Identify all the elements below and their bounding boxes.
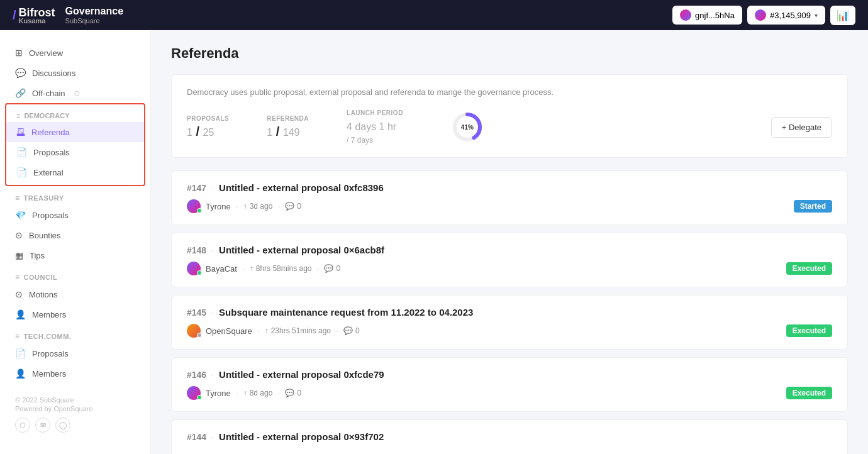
stat-period-sub: / 7 days <box>347 136 403 145</box>
stat-period-value: 4 days 1 hr <box>347 119 403 133</box>
proposal-meta: OpenSquare · ↑ 23hrs 51mins ago · 💬 0 Ex… <box>187 324 832 338</box>
comment-count: 💬 0 <box>285 202 301 211</box>
email-icon[interactable]: ✉ <box>35 418 50 433</box>
proposal-card[interactable]: #144 · Untitled - external proposal 0×93… <box>171 419 848 454</box>
proposal-separator: · <box>211 370 214 380</box>
sidebar-label-discussions: Discussions <box>32 69 75 78</box>
proposal-title: Untitled - external proposal 0xfc8396 <box>219 182 384 193</box>
delegate-button[interactable]: + Delegate <box>771 117 832 138</box>
offchain-badge: ⬡ <box>74 90 80 97</box>
motions-icon: ⊙ <box>15 289 23 299</box>
proposal-card[interactable]: #146 · Untitled - external proposal 0xfc… <box>171 357 848 412</box>
techcomm-members-icon: 👤 <box>15 368 26 379</box>
proposal-card[interactable]: #148 · Untitled - external proposal 0×6a… <box>171 233 848 287</box>
author-status-dot <box>197 270 202 275</box>
proposal-header: #147 · Untitled - external proposal 0xfc… <box>187 182 832 193</box>
stat-proposals-label: PROPOSALS <box>187 115 229 122</box>
sidebar-item-tips[interactable]: ▦ Tips <box>0 245 150 265</box>
comment-count: 💬 0 <box>324 264 340 273</box>
header-subtitle: SubSquare <box>65 17 123 25</box>
proposal-badge: Started <box>794 200 832 213</box>
sidebar: ⊞ Overview 💬 Discussions 🔗 Off-chain ⬡ ≡… <box>0 30 151 454</box>
upvote-icon: ↑ <box>265 326 269 335</box>
proposal-separator: · <box>211 307 214 318</box>
proposal-title: Subsquare maintenance request from 11.20… <box>219 307 473 318</box>
progress-donut: 41% <box>451 111 484 143</box>
proposal-title: Untitled - external proposal 0xfcde79 <box>219 369 384 380</box>
sidebar-item-discussions[interactable]: 💬 Discussions <box>0 63 150 83</box>
meta-separator2: · <box>277 201 280 211</box>
sidebar-label-bounties: Bounties <box>29 231 61 240</box>
github-icon[interactable]: ⬡ <box>15 418 30 433</box>
stat-referenda-label: REFERENDA <box>267 115 309 122</box>
sidebar-label-overview: Overview <box>29 48 63 58</box>
stat-referenda-value: 1 / 149 <box>267 125 309 139</box>
proposal-id: #147 <box>187 183 206 193</box>
sidebar-item-techcomm-members[interactable]: 👤 Members <box>0 363 150 384</box>
author-status-dot <box>197 395 202 400</box>
treasury-section-icon: ≡ <box>15 194 20 202</box>
wallet-avatar-icon <box>680 9 691 21</box>
sidebar-label-members: Members <box>32 310 66 319</box>
brand-slash-icon: / <box>13 8 16 23</box>
chart-button[interactable]: 📊 <box>830 6 855 25</box>
proposal-id: #144 <box>187 432 206 442</box>
meta-separator: · <box>236 201 238 211</box>
proposal-separator: · <box>211 432 214 442</box>
referenda-icon: 🗳 <box>16 127 25 137</box>
sidebar-item-overview[interactable]: ⊞ Overview <box>0 43 150 63</box>
proposal-card[interactable]: #147 · Untitled - external proposal 0xfc… <box>171 170 848 225</box>
page-title: Referenda <box>171 45 848 62</box>
sidebar-item-treasury-proposals[interactable]: 💎 Proposals <box>0 205 150 225</box>
header-right: gnjf...5hNa #3,145,909 ▾ 📊 <box>672 6 855 25</box>
comment-count: 💬 0 <box>343 326 360 335</box>
proposals-list: #147 · Untitled - external proposal 0xfc… <box>171 170 848 454</box>
proposal-card[interactable]: #145 · Subsquare maintenance request fro… <box>171 295 848 350</box>
sidebar-item-bounties[interactable]: ⊙ Bounties <box>0 225 150 245</box>
sidebar-item-motions[interactable]: ⊙ Motions <box>0 284 150 304</box>
block-button[interactable]: #3,145,909 ▾ <box>747 6 825 25</box>
comment-icon: 💬 <box>285 202 294 211</box>
sidebar-item-members[interactable]: 👤 Members <box>0 304 150 324</box>
discussions-icon: 💬 <box>15 68 26 78</box>
proposals-icon: 📄 <box>16 147 27 157</box>
discord-icon[interactable]: ◯ <box>55 418 70 433</box>
democracy-section-label: ≡ DEMOCRACY <box>6 107 144 122</box>
post-time: ↑ 23hrs 51mins ago <box>265 326 331 335</box>
upvote-icon: ↑ <box>243 202 247 211</box>
sidebar-label-motions: Motions <box>29 290 58 299</box>
proposal-header: #146 · Untitled - external proposal 0xfc… <box>187 369 832 380</box>
wallet-button[interactable]: gnjf...5hNa <box>672 6 742 25</box>
meta-separator: · <box>242 263 245 274</box>
council-section-label: ≡ COUNCIL <box>0 265 150 284</box>
proposal-meta: Tyrone · ↑ 8d ago · 💬 0 Executed <box>187 386 832 400</box>
post-time: ↑ 8hrs 58mins ago <box>250 264 312 273</box>
tips-icon: ▦ <box>15 250 23 260</box>
proposal-badge: Executed <box>786 324 832 337</box>
brand-logo: / Bifrost Kusama <box>13 6 55 25</box>
header-left: / Bifrost Kusama Governance SubSquare <box>13 6 123 25</box>
proposal-id: #146 <box>187 370 206 380</box>
meta-separator: · <box>236 388 238 398</box>
stat-period-label: LAUNCH PERIOD <box>347 109 403 116</box>
external-icon: 📄 <box>16 167 27 177</box>
sidebar-item-referenda[interactable]: 🗳 Referenda <box>6 122 144 142</box>
sidebar-item-proposals[interactable]: 📄 Proposals <box>6 142 144 162</box>
sidebar-item-offchain[interactable]: 🔗 Off-chain ⬡ <box>0 83 150 103</box>
sidebar-label-techcomm-proposals: Proposals <box>32 349 69 358</box>
sidebar-label-offchain: Off-chain <box>32 89 65 98</box>
proposal-title: Untitled - external proposal 0×6acb8f <box>219 245 384 255</box>
sidebar-label-tips: Tips <box>30 251 45 260</box>
meta-separator2: · <box>336 326 338 336</box>
council-section-icon: ≡ <box>15 273 20 282</box>
sidebar-footer: © 2022 SubSquare Powered by OpenSquare ⬡… <box>0 384 150 438</box>
proposal-badge: Executed <box>786 387 832 399</box>
proposal-id: #145 <box>187 307 206 318</box>
sidebar-label-treasury-proposals: Proposals <box>32 211 69 220</box>
sidebar-item-external[interactable]: 📄 External <box>6 162 144 182</box>
sidebar-item-techcomm-proposals[interactable]: 📄 Proposals <box>0 343 150 363</box>
proposal-header: #144 · Untitled - external proposal 0×93… <box>187 431 832 442</box>
comment-count: 💬 0 <box>285 389 301 397</box>
header-title-group: Governance SubSquare <box>65 6 123 25</box>
author-name: BayaCat <box>206 264 237 274</box>
